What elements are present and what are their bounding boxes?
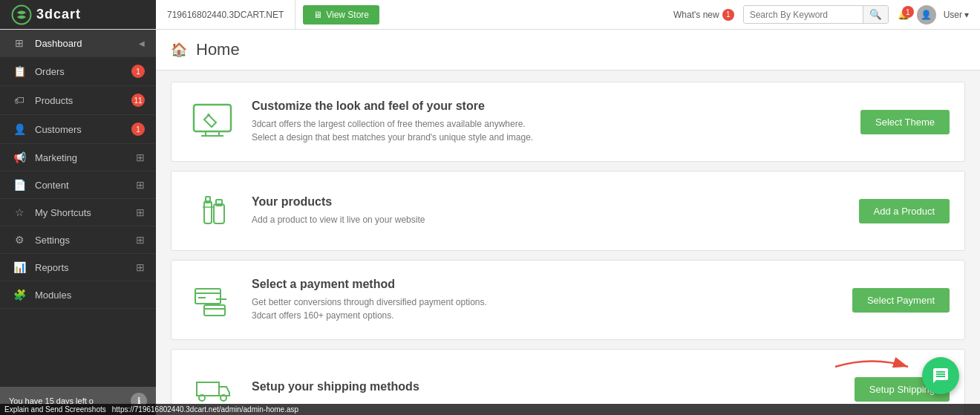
- sidebar-item-dashboard[interactable]: ⊞ Dashboard ◀: [0, 30, 156, 57]
- bell-badge: 1: [902, 6, 914, 18]
- sidebar: ⊞ Dashboard ◀ 📋 Orders 1 🏷 Products 11 👤…: [0, 30, 156, 415]
- marketing-icon: 📢: [11, 151, 27, 163]
- sidebar-label-shortcuts: My Shortcuts: [35, 207, 133, 218]
- dashboard-icon: ⊞: [11, 37, 27, 49]
- sidebar-item-customers[interactable]: 👤 Customers 1: [0, 115, 156, 144]
- products-card-icon: [186, 185, 238, 237]
- payment-card-body: Select a payment method Get better conve…: [252, 278, 839, 322]
- modules-icon: 🧩: [11, 289, 27, 301]
- shortcuts-expand-icon: ⊞: [136, 206, 145, 218]
- select-theme-button[interactable]: Select Theme: [860, 110, 950, 134]
- select-payment-button[interactable]: Select Payment: [852, 288, 950, 313]
- sidebar-item-orders[interactable]: 📋 Orders 1: [0, 57, 156, 86]
- search-input[interactable]: [744, 7, 863, 23]
- theme-card-action: Select Theme: [860, 110, 950, 134]
- chat-fab[interactable]: [922, 357, 959, 394]
- monitor-icon: 🖥: [313, 10, 322, 20]
- theme-card-title: Customize the look and feel of your stor…: [252, 99, 847, 113]
- sidebar-item-settings[interactable]: ⚙ Settings ⊞: [0, 226, 156, 254]
- chevron-down-icon: ▾: [964, 10, 969, 20]
- topbar-right: What's new 1 🔍 🔔 1 👤 User ▾: [673, 5, 980, 24]
- products-icon: 🏷: [11, 94, 27, 106]
- sidebar-item-products[interactable]: 🏷 Products 11: [0, 86, 156, 115]
- sidebar-item-marketing[interactable]: 📢 Marketing ⊞: [0, 144, 156, 171]
- shipping-card-title: Setup your shipping methods: [252, 380, 841, 393]
- orders-icon: 📋: [11, 65, 27, 77]
- whats-new[interactable]: What's new 1: [673, 9, 734, 21]
- reports-expand-icon: ⊞: [136, 261, 145, 273]
- username-dropdown[interactable]: User ▾: [944, 10, 969, 20]
- sidebar-item-my-shortcuts[interactable]: ☆ My Shortcuts ⊞: [0, 199, 156, 226]
- svg-rect-7: [214, 204, 224, 223]
- topbar-icons: 🔔 1 👤 User ▾: [898, 5, 969, 24]
- shipping-card-body: Setup your shipping methods: [252, 380, 841, 398]
- content-icon: 📄: [11, 179, 27, 191]
- page-title: Home: [196, 40, 240, 59]
- payment-card-action: Select Payment: [852, 288, 950, 313]
- payment-card-icon: [186, 274, 238, 326]
- card-payment: Select a payment method Get better conve…: [171, 260, 965, 340]
- logo: 3dcart: [0, 0, 156, 29]
- add-product-button[interactable]: Add a Product: [859, 199, 950, 223]
- monitor-edit-icon: [189, 99, 235, 145]
- payment-card-title: Select a payment method: [252, 278, 839, 291]
- products-card-title: Your products: [252, 195, 846, 209]
- sidebar-item-modules[interactable]: 🧩 Modules: [0, 281, 156, 309]
- svg-point-0: [13, 5, 31, 24]
- sidebar-item-reports[interactable]: 📊 Reports ⊞: [0, 254, 156, 281]
- theme-card-desc: 3dcart offers the largest collection of …: [252, 117, 847, 144]
- bottom-bar: Explain and Send Screenshots https://719…: [0, 404, 980, 415]
- theme-card-body: Customize the look and feel of your stor…: [252, 99, 847, 144]
- home-icon: 🏠: [171, 42, 187, 58]
- payment-card-desc: Get better conversions through diversifi…: [252, 295, 839, 322]
- settings-icon: ⚙: [11, 234, 27, 246]
- theme-card-icon: [186, 96, 238, 148]
- reports-icon: 📊: [11, 261, 27, 273]
- bottles-icon: [189, 188, 235, 234]
- layout: ⊞ Dashboard ◀ 📋 Orders 1 🏷 Products 11 👤…: [0, 30, 980, 415]
- sidebar-arrow-dashboard: ◀: [139, 39, 145, 48]
- orders-badge: 1: [131, 65, 145, 78]
- notification-bell[interactable]: 🔔 1: [898, 9, 909, 20]
- products-card-desc: Add a product to view it live on your we…: [252, 213, 846, 226]
- store-id: 719616802440.3DCART.NET: [156, 0, 295, 29]
- card-products: Your products Add a product to view it l…: [171, 171, 965, 251]
- search-button[interactable]: 🔍: [863, 6, 888, 23]
- svg-rect-5: [204, 201, 212, 223]
- settings-expand-icon: ⊞: [136, 234, 145, 246]
- sidebar-label-content: Content: [35, 180, 133, 191]
- sidebar-label-reports: Reports: [35, 262, 133, 273]
- customers-icon: 👤: [11, 123, 27, 135]
- whats-new-badge: 1: [722, 9, 734, 21]
- sidebar-label-customers: Customers: [35, 124, 128, 135]
- cards-container: Customize the look and feel of your stor…: [156, 71, 980, 415]
- main-content: 🏠 Home Customize the look and feel of: [156, 30, 980, 415]
- avatar[interactable]: 👤: [917, 5, 936, 24]
- card-theme: Customize the look and feel of your stor…: [171, 82, 965, 162]
- sidebar-label-dashboard: Dashboard: [35, 38, 136, 49]
- svg-rect-10: [195, 289, 220, 304]
- bottom-bar-action: Explain and Send Screenshots: [4, 405, 106, 414]
- sidebar-label-settings: Settings: [35, 235, 133, 246]
- view-store-button[interactable]: 🖥 View Store: [303, 5, 379, 24]
- sidebar-item-content[interactable]: 📄 Content ⊞: [0, 171, 156, 199]
- customers-badge: 1: [131, 122, 145, 136]
- sidebar-label-marketing: Marketing: [35, 152, 133, 163]
- products-card-body: Your products Add a product to view it l…: [252, 195, 846, 226]
- marketing-expand-icon: ⊞: [136, 151, 145, 163]
- svg-point-4: [207, 114, 210, 117]
- logo-icon: [11, 4, 32, 25]
- page-header: 🏠 Home: [156, 30, 980, 71]
- products-card-action: Add a Product: [859, 199, 950, 223]
- sidebar-label-orders: Orders: [35, 66, 128, 77]
- shortcuts-icon: ☆: [11, 206, 27, 218]
- payment-icon: [189, 277, 235, 323]
- logo-text: 3dcart: [36, 7, 81, 22]
- search-box: 🔍: [743, 5, 889, 24]
- svg-rect-13: [204, 305, 225, 316]
- content-expand-icon: ⊞: [136, 179, 145, 191]
- sidebar-label-modules: Modules: [35, 290, 145, 301]
- sidebar-label-products: Products: [35, 95, 128, 106]
- chat-icon: [932, 367, 950, 385]
- products-badge: 11: [131, 94, 145, 107]
